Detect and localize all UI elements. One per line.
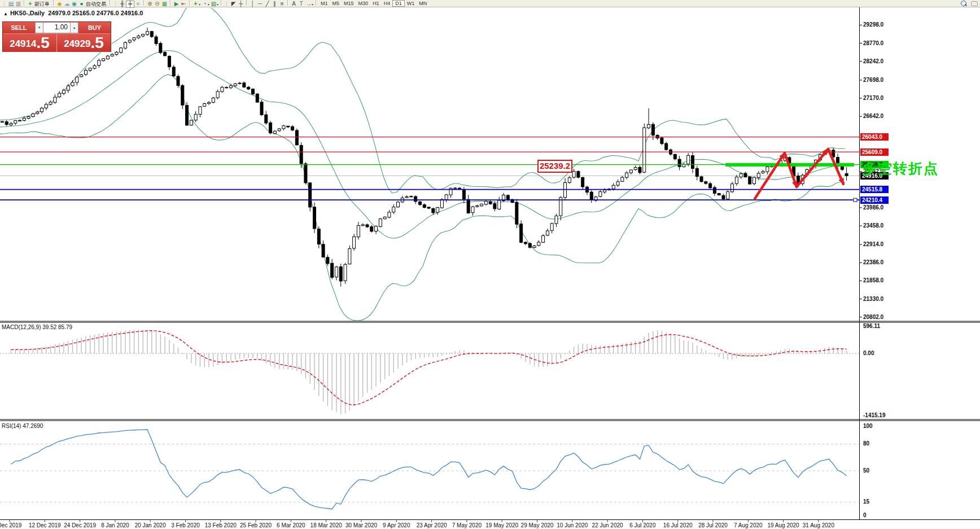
zigzag-arrows[interactable] bbox=[755, 149, 843, 199]
search-icon[interactable] bbox=[961, 1, 966, 6]
volume-increase-button[interactable]: ▲ bbox=[70, 22, 78, 33]
trendline-icon[interactable]: ╱ bbox=[264, 1, 271, 7]
candle-down bbox=[265, 115, 268, 123]
candle-down bbox=[695, 168, 698, 176]
candlestick-chart-icon[interactable]: ╪ bbox=[126, 1, 134, 8]
price-axis-label-26043.0[interactable]: 26043.0 bbox=[860, 133, 889, 141]
timeframe-button-M30[interactable]: M30 bbox=[356, 0, 371, 7]
candle-up bbox=[54, 97, 56, 102]
buy-price-button[interactable]: 24929 .5 bbox=[57, 34, 111, 52]
chart-title-bar: ▲HK50-,Daily 24979.0 25165.0 24776.0 249… bbox=[3, 10, 143, 16]
candle-up bbox=[49, 102, 52, 104]
gold-compass-icon[interactable]: ◆ bbox=[56, 1, 63, 7]
cursor-icon[interactable]: ◤ bbox=[230, 1, 237, 7]
tile-windows-icon[interactable]: ▦ bbox=[161, 1, 168, 7]
candle-up bbox=[120, 48, 123, 53]
new-order-label[interactable]: 新订单 bbox=[34, 1, 50, 7]
price-axis-label-24515.8[interactable]: 24515.8 bbox=[860, 186, 889, 193]
timeframe-button-MN[interactable]: MN bbox=[417, 0, 429, 7]
timeframe-button-W1[interactable]: W1 bbox=[405, 0, 417, 7]
periods-clock-icon-dropdown[interactable]: ▾ bbox=[208, 3, 209, 6]
price-level-lines[interactable] bbox=[0, 137, 859, 202]
autotrade-label[interactable]: 自动交易 bbox=[86, 1, 106, 7]
macd-indicator-label: MACD(12,26,9) 39.52 85.79 bbox=[2, 324, 72, 330]
candle-up bbox=[740, 174, 742, 177]
horizontal-line-icon[interactable]: ─ bbox=[256, 1, 264, 7]
chat-icon[interactable] bbox=[971, 1, 978, 6]
volume-decrease-button[interactable]: ▼ bbox=[35, 22, 43, 33]
candle-up bbox=[234, 84, 237, 86]
candle-up bbox=[124, 42, 127, 48]
candle-down bbox=[247, 87, 250, 89]
candle-up bbox=[634, 167, 637, 169]
toolbar-grip: ⋮ bbox=[224, 1, 229, 7]
candle-down bbox=[705, 182, 707, 183]
autotrade-icon[interactable]: ● bbox=[78, 1, 85, 7]
toolbar-grip: ⋮ bbox=[2, 1, 7, 7]
price-axis-label-25609.0[interactable]: 25609.0 bbox=[860, 148, 889, 156]
chart-ohlc-values: 24979.0 25165.0 24776.0 24916.0 bbox=[48, 10, 143, 16]
sell-price-button[interactable]: 24914 .5 bbox=[3, 34, 57, 52]
timeframe-button-M5[interactable]: M5 bbox=[330, 0, 342, 7]
candle-up bbox=[190, 120, 193, 125]
toolbar-separator bbox=[287, 0, 288, 6]
channel-icon[interactable]: ∥ bbox=[271, 1, 278, 7]
sell-price-fraction: .5 bbox=[36, 34, 49, 51]
candle-up bbox=[599, 192, 602, 196]
timeframe-button-H4[interactable]: H4 bbox=[382, 0, 393, 7]
print-preview-icon[interactable]: ▥ bbox=[15, 1, 22, 7]
line-selection-handle[interactable] bbox=[854, 198, 857, 202]
candle-up bbox=[128, 40, 131, 42]
text-tool-icon[interactable]: A bbox=[290, 1, 298, 7]
chart-shift-icon[interactable]: ⇤ bbox=[180, 1, 187, 7]
toolbar-separator bbox=[24, 0, 25, 6]
cloud-icon[interactable]: ☁ bbox=[63, 1, 71, 7]
candle-down bbox=[515, 202, 518, 224]
sell-button[interactable]: SELL bbox=[3, 22, 35, 33]
candle-up bbox=[335, 267, 338, 277]
candle-up bbox=[537, 242, 540, 246]
line-chart-icon[interactable]: ≈ bbox=[134, 1, 142, 7]
bollinger-bands bbox=[0, 3, 845, 321]
toolbar-separator bbox=[170, 0, 171, 6]
zoom-out-icon[interactable]: ⊖ bbox=[154, 1, 161, 7]
fibonacci-icon[interactable]: ≡ bbox=[278, 1, 286, 7]
candle-down bbox=[493, 204, 496, 209]
macd-signal-line bbox=[11, 331, 847, 405]
add-indicator-icon-dropdown[interactable]: ▾ bbox=[199, 3, 200, 6]
candle-up bbox=[731, 184, 734, 192]
chart-list-icon[interactable]: ▤ bbox=[7, 1, 15, 7]
candle-down bbox=[489, 202, 492, 204]
signal-icon[interactable]: ◉ bbox=[71, 1, 78, 7]
templates-icon-dropdown[interactable]: ▾ bbox=[217, 3, 218, 6]
timeframe-button-D1[interactable]: D1 bbox=[392, 0, 405, 7]
candle-down bbox=[524, 242, 527, 244]
timeframe-button-M15[interactable]: M15 bbox=[342, 0, 356, 7]
arrows-tool-icon-dropdown[interactable]: ▾ bbox=[312, 3, 313, 6]
collapse-panel-icon[interactable]: ▲ bbox=[3, 11, 8, 16]
candle-up bbox=[436, 208, 439, 213]
candle-up bbox=[106, 56, 109, 59]
zoom-in-icon[interactable]: ⊕ bbox=[146, 1, 154, 7]
auto-scroll-icon[interactable]: ▶ bbox=[173, 1, 180, 7]
volume-input[interactable]: 1.00 bbox=[43, 22, 70, 33]
turning-point-annotation[interactable]: 多空转折点 bbox=[863, 159, 939, 178]
crosshair-icon[interactable]: ┼ bbox=[237, 1, 244, 7]
candle-up bbox=[616, 182, 619, 185]
buy-price: 24929 bbox=[64, 37, 90, 51]
bar-chart-icon[interactable]: ╫ bbox=[119, 1, 126, 7]
timeframe-button-H1[interactable]: H1 bbox=[370, 0, 382, 7]
candle-down bbox=[5, 122, 8, 125]
buy-button[interactable]: BUY bbox=[78, 22, 111, 33]
candle-up bbox=[282, 126, 285, 129]
date-axis[interactable] bbox=[10, 520, 819, 522]
candle-down bbox=[181, 85, 184, 105]
vertical-line-icon[interactable]: │ bbox=[249, 1, 256, 7]
new-order-icon[interactable]: + bbox=[27, 1, 34, 7]
text-label-icon[interactable]: T bbox=[298, 1, 305, 7]
candle-down bbox=[366, 225, 369, 227]
price-level-text-object[interactable]: 25239.2 bbox=[537, 160, 572, 173]
candle-down bbox=[520, 224, 523, 243]
timeframe-button-M1[interactable]: M1 bbox=[318, 0, 330, 7]
price-axis-label-24210.4[interactable]: 24210.4 bbox=[860, 196, 889, 204]
